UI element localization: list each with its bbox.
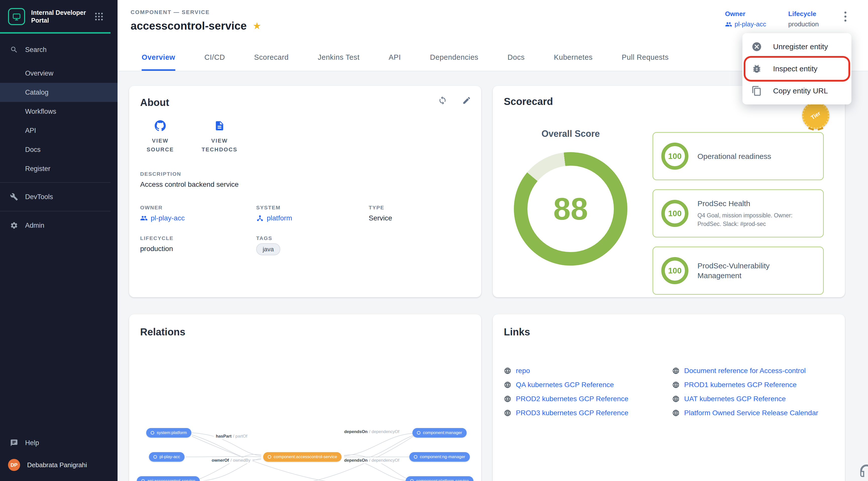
sidebar-item-label: DevTools xyxy=(25,193,53,201)
tab-cicd[interactable]: CI/CD xyxy=(205,45,225,71)
group-icon xyxy=(725,21,732,28)
portal-logo[interactable] xyxy=(8,8,25,25)
more-options-kebab-icon[interactable] xyxy=(841,11,850,22)
edit-pencil-icon[interactable] xyxy=(462,96,471,105)
sidebar-item-api[interactable]: API xyxy=(0,121,118,140)
user-name: Debabrata Panigrahi xyxy=(27,461,87,469)
sidebar-item-catalog[interactable]: Catalog xyxy=(0,83,118,102)
apps-grid-icon[interactable] xyxy=(94,12,103,21)
sidebar-item-admin[interactable]: Admin xyxy=(0,215,118,235)
score-ring: 100 xyxy=(661,200,688,227)
sidebar-item-overview[interactable]: Overview xyxy=(0,64,118,83)
relation-node-pl-play-acc[interactable]: pl-play-acc xyxy=(149,452,185,462)
score-card-operational-readiness[interactable]: 100 Operational readiness xyxy=(652,132,824,180)
sidebar-item-label: Admin xyxy=(25,222,44,229)
favorite-star-icon[interactable]: ★ xyxy=(253,21,261,31)
sidebar-item-workflows[interactable]: Workflows xyxy=(0,102,118,121)
relation-edge-label: dependsOn/ dependencyOf xyxy=(342,457,401,463)
tab-pull-requests[interactable]: Pull Requests xyxy=(622,45,669,71)
globe-icon xyxy=(504,395,512,403)
link-prod2-kubernetes[interactable]: PROD2 kubernetes GCP Reference xyxy=(504,392,672,406)
node-icon xyxy=(153,455,157,459)
tab-overview[interactable]: Overview xyxy=(142,45,175,71)
headset-icon xyxy=(858,463,868,480)
globe-icon xyxy=(672,409,680,417)
menu-item-unregister-entity[interactable]: Unregister entity xyxy=(742,36,851,58)
tab-dependencies[interactable]: Dependencies xyxy=(430,45,478,71)
node-icon xyxy=(151,431,154,435)
tab-jenkins-test[interactable]: Jenkins Test xyxy=(318,45,360,71)
support-headset-button[interactable] xyxy=(858,463,868,480)
sidebar-item-label: Overview xyxy=(25,69,54,77)
link-qa-kubernetes[interactable]: QA kubernetes GCP Reference xyxy=(504,378,672,392)
header-left: COMPONENT — SERVICE accesscontrol-servic… xyxy=(131,9,261,45)
search-icon xyxy=(10,46,18,54)
about-title: About xyxy=(140,97,470,108)
relation-node-system-platform[interactable]: system:platform xyxy=(146,428,191,438)
relation-node-component-platform-service[interactable]: component:platform-service xyxy=(406,476,473,481)
node-icon xyxy=(410,479,414,481)
score-card-prodsec-vulnerability[interactable]: 100 ProdSec-Vulnerability Management xyxy=(652,247,824,295)
entity-kind-eyebrow: COMPONENT — SERVICE xyxy=(131,9,261,15)
document-icon xyxy=(214,120,225,131)
avatar: DP xyxy=(8,459,20,471)
tab-api[interactable]: API xyxy=(389,45,401,71)
sidebar-item-docs[interactable]: Docs xyxy=(0,140,118,159)
link-prod1-kubernetes[interactable]: PROD1 kubernetes GCP Reference xyxy=(672,378,834,392)
node-icon xyxy=(414,455,417,459)
relations-card: Relations xyxy=(129,314,481,481)
overall-score-block: Overall Score 88 xyxy=(510,129,631,266)
view-techdocs-link[interactable]: VIEW TECHDOCS xyxy=(202,120,238,154)
overall-score-label: Overall Score xyxy=(510,129,631,139)
link-uat-kubernetes[interactable]: UAT kubernetes GCP Reference xyxy=(672,392,834,406)
tab-scorecard[interactable]: Scorecard xyxy=(254,45,289,71)
monitor-icon xyxy=(12,12,21,21)
link-document-reference[interactable]: Document reference for Access-control xyxy=(672,364,834,378)
tab-kubernetes[interactable]: Kubernetes xyxy=(554,45,592,71)
app-root: Internal Developer Portal Search Overvie… xyxy=(0,0,868,481)
sidebar-search[interactable]: Search xyxy=(0,40,118,60)
relation-node-api-accesscontrol-service[interactable]: api:accesscontrol-service xyxy=(137,476,200,481)
score-ring: 100 xyxy=(661,142,688,170)
system-field: SYSTEM platform xyxy=(256,204,369,222)
links-list: repo Document reference for Access-contr… xyxy=(504,364,834,420)
owner-link[interactable]: pl-play-acc xyxy=(725,20,766,28)
relation-node-component-accesscontrol-service[interactable]: component:accesscontrol-service xyxy=(263,452,342,462)
overall-score-donut: 88 xyxy=(514,152,627,266)
sidebar-divider xyxy=(0,211,111,212)
tag-chip-java[interactable]: java xyxy=(256,243,280,255)
link-repo[interactable]: repo xyxy=(504,364,672,378)
globe-icon xyxy=(504,367,512,375)
tier-ribbon-badge: Tier xyxy=(802,102,829,129)
sidebar-item-label: Docs xyxy=(25,146,41,154)
sidebar: Internal Developer Portal Search Overvie… xyxy=(0,0,118,481)
cancel-circle-icon xyxy=(751,41,762,52)
owner-field: OWNER pl-play-acc xyxy=(140,204,256,222)
view-techdocs-label: VIEW TECHDOCS xyxy=(202,136,238,154)
about-system-link[interactable]: platform xyxy=(256,214,369,222)
relation-node-component-manager[interactable]: component:manager xyxy=(412,428,467,438)
group-icon xyxy=(140,214,148,222)
links-title: Links xyxy=(504,326,834,338)
relation-node-component-ng-manager[interactable]: component:ng-manager xyxy=(409,452,470,462)
refresh-icon[interactable] xyxy=(438,96,447,105)
sidebar-item-label: Register xyxy=(25,165,51,173)
scorecard-card: Scorecard Overall Score 88 Tier 100 xyxy=(493,86,845,297)
relation-edge-label: dependsOn/ dependencyOf xyxy=(342,429,401,435)
menu-item-inspect-entity[interactable]: Inspect entity xyxy=(745,58,848,80)
score-ring: 100 xyxy=(661,257,688,284)
about-owner-link[interactable]: pl-play-acc xyxy=(140,214,256,222)
sidebar-item-help[interactable]: Help xyxy=(0,433,118,453)
view-source-link[interactable]: VIEW SOURCE xyxy=(142,120,178,154)
sidebar-divider xyxy=(0,182,111,183)
menu-item-copy-entity-url[interactable]: Copy entity URL xyxy=(742,80,851,102)
link-release-calendar[interactable]: Platform Owned Service Release Calendar xyxy=(672,406,834,420)
sidebar-item-devtools[interactable]: DevTools xyxy=(0,187,118,207)
gear-icon xyxy=(10,221,18,229)
lifecycle-field: LIFECYCLE production xyxy=(140,235,256,255)
sidebar-user[interactable]: DP Debabrata Panigrahi xyxy=(0,453,118,477)
link-prod3-kubernetes[interactable]: PROD3 kubernetes GCP Reference xyxy=(504,406,672,420)
score-card-prodsec-health[interactable]: 100 ProdSec Health Q4 Goal, mission impo… xyxy=(652,189,824,237)
sidebar-item-register[interactable]: Register xyxy=(0,159,118,178)
tab-docs[interactable]: Docs xyxy=(507,45,525,71)
